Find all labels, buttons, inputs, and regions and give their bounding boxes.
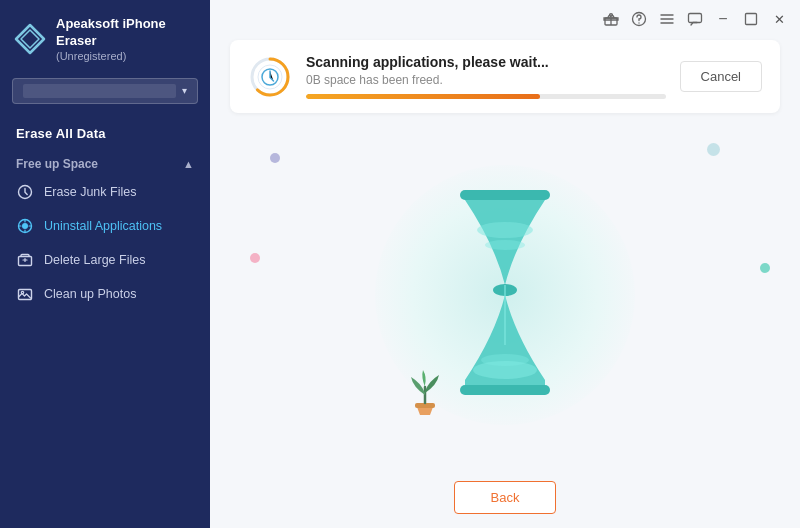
chat-icon[interactable] bbox=[682, 6, 708, 32]
back-button[interactable]: Back bbox=[454, 481, 557, 514]
svg-rect-19 bbox=[460, 385, 550, 395]
sidebar-item-clean-photos[interactable]: Clean up Photos bbox=[0, 277, 210, 311]
svg-point-22 bbox=[485, 240, 525, 250]
illustration-area bbox=[210, 123, 800, 467]
sidebar-item-erase-junk[interactable]: Erase Junk Files bbox=[0, 175, 210, 209]
progress-fill bbox=[306, 94, 540, 99]
app-container: Apeaksoft iPhone Eraser (Unregistered) ▾… bbox=[0, 0, 800, 528]
clean-photos-label: Clean up Photos bbox=[44, 287, 136, 301]
bottom-bar: Back bbox=[210, 467, 800, 528]
sidebar: Apeaksoft iPhone Eraser (Unregistered) ▾… bbox=[0, 0, 210, 528]
maximize-button[interactable] bbox=[738, 6, 764, 32]
chevron-down-icon: ▾ bbox=[182, 85, 187, 96]
dot-purple bbox=[270, 153, 280, 163]
scan-spinner bbox=[248, 55, 292, 99]
svg-rect-18 bbox=[460, 190, 550, 200]
svg-point-11 bbox=[638, 22, 639, 23]
delete-large-label: Delete Large Files bbox=[44, 253, 145, 267]
device-selector[interactable]: ▾ bbox=[12, 78, 198, 104]
scan-info: Scanning applications, please wait... 0B… bbox=[306, 54, 666, 99]
scan-title: Scanning applications, please wait... bbox=[306, 54, 666, 70]
delete-large-icon bbox=[16, 251, 34, 269]
hourglass-svg bbox=[405, 165, 605, 425]
svg-rect-13 bbox=[746, 14, 757, 25]
uninstall-apps-label: Uninstall Applications bbox=[44, 219, 162, 233]
dot-blue bbox=[707, 143, 720, 156]
erase-junk-label: Erase Junk Files bbox=[44, 185, 136, 199]
uninstall-icon bbox=[16, 217, 34, 235]
minimize-button[interactable]: − bbox=[710, 6, 736, 32]
photos-icon bbox=[16, 285, 34, 303]
dot-pink-left bbox=[250, 253, 260, 263]
chevron-up-icon: ▲ bbox=[183, 158, 194, 170]
app-logo bbox=[14, 23, 46, 55]
device-selector-text bbox=[23, 84, 176, 98]
sidebar-item-uninstall-apps[interactable]: Uninstall Applications bbox=[0, 209, 210, 243]
menu-icon[interactable] bbox=[654, 6, 680, 32]
app-name: Apeaksoft iPhone Eraser bbox=[56, 16, 196, 50]
svg-point-4 bbox=[22, 223, 28, 229]
gift-icon[interactable] bbox=[598, 6, 624, 32]
scan-panel: Scanning applications, please wait... 0B… bbox=[230, 40, 780, 113]
scan-subtitle: 0B space has been freed. bbox=[306, 73, 666, 87]
app-title-block: Apeaksoft iPhone Eraser (Unregistered) bbox=[56, 16, 196, 62]
cancel-button[interactable]: Cancel bbox=[680, 61, 762, 92]
erase-section-title: Erase All Data bbox=[0, 118, 210, 151]
top-bar: − ✕ bbox=[590, 0, 800, 38]
main-content: − ✕ bbox=[210, 0, 800, 528]
app-subtitle: (Unregistered) bbox=[56, 50, 196, 62]
dot-teal-right bbox=[760, 263, 770, 273]
svg-point-24 bbox=[481, 354, 529, 366]
sidebar-item-delete-large[interactable]: Delete Large Files bbox=[0, 243, 210, 277]
help-icon[interactable] bbox=[626, 6, 652, 32]
progress-bar bbox=[306, 94, 666, 99]
free-space-group-label: Free up Space ▲ bbox=[0, 151, 210, 175]
clock-icon bbox=[16, 183, 34, 201]
svg-marker-0 bbox=[16, 25, 44, 53]
sidebar-header: Apeaksoft iPhone Eraser (Unregistered) bbox=[0, 0, 210, 74]
close-button[interactable]: ✕ bbox=[766, 6, 792, 32]
hourglass-illustration bbox=[405, 165, 605, 425]
svg-rect-12 bbox=[689, 14, 702, 23]
svg-point-21 bbox=[477, 222, 533, 238]
